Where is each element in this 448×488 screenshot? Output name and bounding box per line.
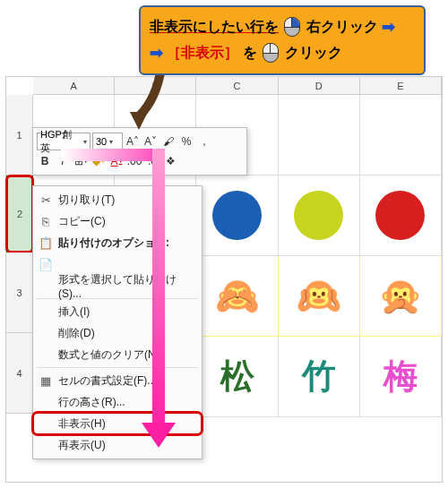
callout-text: を [243,44,257,59]
ctx-delete[interactable]: 削除(D) [33,322,202,344]
callout-text: ［非表示］ [167,44,238,59]
row-header[interactable]: 4 [6,333,33,414]
col-header[interactable]: C [196,77,278,95]
copy-icon: ⎘ [38,213,54,229]
callout-text: クリック [285,44,342,59]
font-color-button[interactable]: A▾ [108,152,125,170]
ctx-hide[interactable]: 非表示(H) [33,413,202,434]
decrease-decimal-button[interactable]: .0 [144,152,160,170]
mini-toolbar: HGP創英▾ 30▾ A˄ A˅ 🖌 % ， B I ⊞▾ ◆▾ A▾ .00 … [32,127,247,176]
cell[interactable]: 竹 [279,337,360,417]
cell[interactable]: 松 [196,337,278,417]
cell[interactable] [196,176,278,256]
font-combo[interactable]: HGP創英▾ [37,133,90,150]
col-header[interactable]: D [279,77,360,95]
format-painter-button[interactable]: 🖌 [160,133,177,150]
percent-button[interactable]: % [178,133,194,150]
ctx-paste-options[interactable]: 📋貼り付けのオプション: [33,232,202,253]
ctx-format-cells[interactable]: ▦セルの書式設定(F)... [33,370,202,391]
shrink-font-button[interactable]: A˅ [142,133,159,150]
arrow-icon: ➡ [382,18,395,36]
cell[interactable] [360,95,442,176]
ctx-row-height[interactable]: 行の高さ(R)... [33,391,202,413]
cell[interactable]: 🙊 [360,256,442,337]
col-header[interactable]: E [360,77,442,95]
cell[interactable] [279,176,360,256]
row-header[interactable]: 3 [6,253,33,333]
context-menu: ✂切り取り(T) ⎘コピー(C) 📋貼り付けのオプション: 📄 形式を選択して貼… [32,185,202,459]
comma-button[interactable]: ， [196,133,212,150]
grow-font-button[interactable]: A˄ [125,133,141,150]
italic-button[interactable]: I [55,152,71,170]
grid-icon: ▦ [38,372,54,389]
row-headers: 1 2 3 4 [6,95,33,482]
callout-text: 右クリック [306,19,378,34]
ctx-paste-special[interactable]: 形式を選択して貼り付け(S)... [33,275,202,296]
circle-icon [294,191,343,240]
mouse-left-icon [263,43,279,63]
separator [37,367,198,368]
callout-text: 非表示にしたい行を [150,19,279,34]
row-header-selected[interactable]: 2 [6,176,33,253]
paste-icon: 📋 [38,235,54,251]
ctx-cut[interactable]: ✂切り取り(T) [33,189,202,210]
ctx-clear[interactable]: 数式と値のクリア(N) [33,344,202,365]
ctx-unhide[interactable]: 再表示(U) [33,434,202,456]
col-header[interactable]: A [33,77,115,95]
cell[interactable]: 🙉 [279,256,360,337]
increase-decimal-button[interactable]: .00 [126,152,142,170]
mouse-right-icon [284,17,300,37]
circle-icon [212,191,262,240]
clipboard-icon: 📄 [38,256,54,272]
size-combo[interactable]: 30▾ [92,133,123,150]
circle-icon [375,191,425,240]
arrow-icon: ➡ [150,44,163,62]
instruction-callout: 非表示にしたい行を 右クリック ➡ ➡ ［非表示］ を クリック [139,5,426,75]
border-button[interactable]: ⊞▾ [73,152,89,170]
format-button[interactable]: ❖ [162,152,178,170]
bold-button[interactable]: B [37,152,53,170]
cell[interactable] [360,176,442,256]
cell[interactable] [279,95,360,176]
col-header[interactable]: B [115,77,196,95]
column-headers: A B C D E [33,77,442,95]
cell[interactable]: 梅 [360,337,442,417]
row-header[interactable]: 1 [6,95,33,176]
cell[interactable]: 🙈 [196,256,278,337]
cut-icon: ✂ [38,192,54,208]
ctx-insert[interactable]: 挿入(I) [33,301,202,322]
fill-color-button[interactable]: ◆▾ [90,152,107,170]
ctx-copy[interactable]: ⎘コピー(C) [33,210,202,232]
